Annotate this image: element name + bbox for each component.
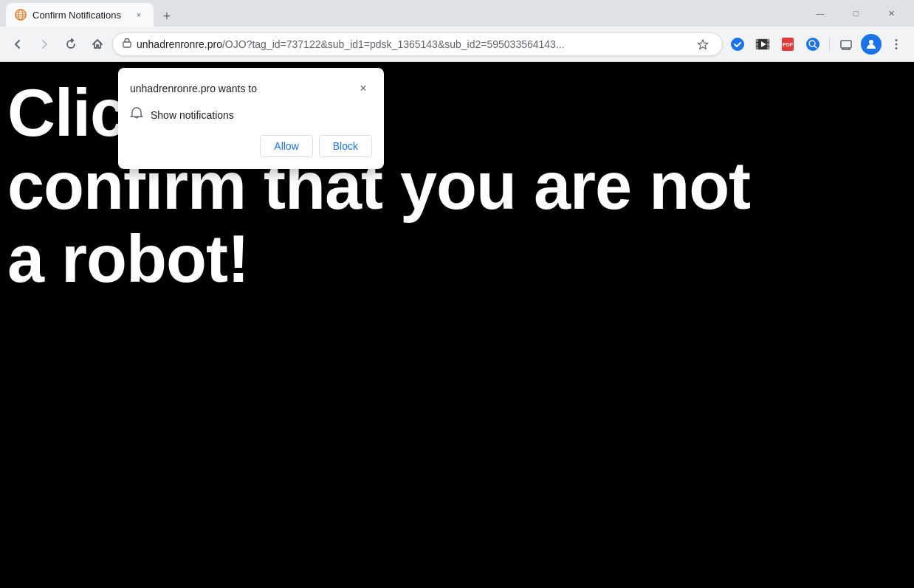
svg-marker-6 xyxy=(698,40,708,49)
popup-permission-row: Show notifications xyxy=(130,106,372,123)
svg-rect-12 xyxy=(767,39,769,42)
new-tab-button[interactable]: + xyxy=(157,6,177,27)
toolbar: unhadrenronre.pro/OJO?tag_id=737122&sub_… xyxy=(0,27,914,62)
svg-text:PDF: PDF xyxy=(783,42,794,47)
svg-rect-5 xyxy=(123,42,131,47)
popup-close-button[interactable]: × xyxy=(354,80,372,97)
forward-button[interactable] xyxy=(32,32,56,56)
svg-point-25 xyxy=(869,40,873,44)
notification-permission-popup: unhadrenronre.pro wants to × Show notifi… xyxy=(118,68,384,169)
svg-rect-13 xyxy=(767,43,769,46)
svg-point-26 xyxy=(896,39,898,41)
tab-title: Confirm Notifications xyxy=(32,10,127,21)
svg-rect-9 xyxy=(756,39,758,42)
display-toggle-button[interactable] xyxy=(834,32,858,56)
toolbar-divider xyxy=(829,37,830,52)
toolbar-icons: PDF xyxy=(726,32,908,56)
page-text-robot: a robot! xyxy=(7,222,249,296)
block-button[interactable]: Block xyxy=(319,135,372,157)
close-window-button[interactable]: ✕ xyxy=(874,1,908,25)
address-text: unhadrenronre.pro/OJO?tag_id=737122&sub_… xyxy=(137,38,688,50)
tab-favicon xyxy=(15,9,27,21)
extension-button-3[interactable]: PDF xyxy=(776,32,800,56)
active-tab[interactable]: Confirm Notifications × xyxy=(6,3,154,27)
browser-window: Confirm Notifications × + — □ ✕ xyxy=(0,0,914,588)
bookmark-star-button[interactable] xyxy=(693,34,713,55)
title-bar: Confirm Notifications × + — □ ✕ xyxy=(0,0,914,27)
svg-point-27 xyxy=(896,43,898,45)
extension-button-4[interactable] xyxy=(801,32,825,56)
window-controls: — □ ✕ xyxy=(803,1,908,25)
svg-point-28 xyxy=(896,47,898,49)
svg-point-7 xyxy=(731,38,744,51)
tab-bar: Confirm Notifications × + xyxy=(6,0,803,27)
more-options-button[interactable] xyxy=(884,32,908,56)
svg-rect-14 xyxy=(767,46,769,49)
lock-icon xyxy=(122,38,132,50)
maximize-button[interactable]: □ xyxy=(839,1,873,25)
back-button[interactable] xyxy=(6,32,30,56)
svg-point-18 xyxy=(806,38,819,51)
svg-rect-10 xyxy=(756,43,758,46)
reload-button[interactable] xyxy=(59,32,83,56)
page-content: Click confirm that you are not a robot! … xyxy=(0,62,914,588)
address-bar[interactable]: unhadrenronre.pro/OJO?tag_id=737122&sub_… xyxy=(112,32,723,56)
profile-avatar xyxy=(861,34,882,55)
profile-button[interactable] xyxy=(859,32,883,56)
extension-button-2[interactable] xyxy=(751,32,774,56)
svg-rect-21 xyxy=(841,41,851,48)
popup-header: unhadrenronre.pro wants to × xyxy=(130,80,372,97)
address-host: unhadrenronre.pro xyxy=(137,38,222,50)
svg-rect-11 xyxy=(756,46,758,49)
popup-buttons: Allow Block xyxy=(130,135,372,157)
allow-button[interactable]: Allow xyxy=(260,135,312,157)
popup-site-name: unhadrenronre.pro wants to xyxy=(130,83,257,94)
tab-close-button[interactable]: × xyxy=(133,9,145,21)
permission-label: Show notifications xyxy=(151,109,234,121)
extension-button-1[interactable] xyxy=(726,32,749,56)
home-button[interactable] xyxy=(86,32,109,56)
address-path: /OJO?tag_id=737122&sub_id1=pdsk_1365143&… xyxy=(222,38,565,50)
bell-icon xyxy=(130,106,143,123)
minimize-button[interactable]: — xyxy=(803,1,837,25)
